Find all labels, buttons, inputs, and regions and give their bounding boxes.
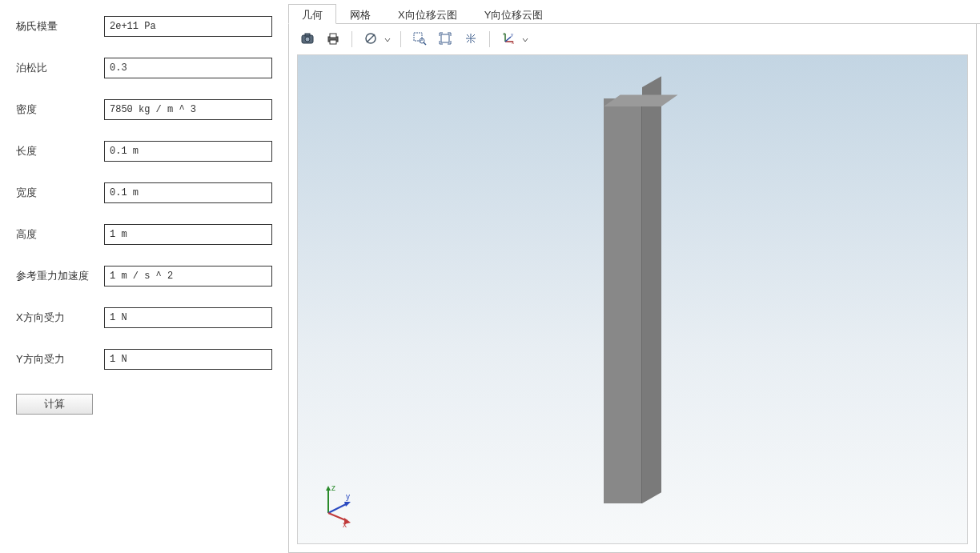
- label-youngs-modulus: 杨氏模量: [16, 19, 104, 34]
- tab-geometry[interactable]: 几何: [288, 4, 336, 24]
- geometry-beam: [604, 87, 661, 503]
- parameter-form: 杨氏模量 泊松比 密度 长度 宽度 高度 参考重力加速度 X方向: [0, 0, 288, 553]
- input-density[interactable]: [104, 99, 272, 120]
- svg-text:y: y: [511, 32, 513, 37]
- row-force-y: Y方向受力: [16, 349, 272, 370]
- axis-y-label: y: [346, 492, 350, 501]
- input-force-y[interactable]: [104, 349, 272, 370]
- toolbar-separator: [489, 31, 490, 47]
- row-poisson-ratio: 泊松比: [16, 58, 272, 78]
- row-youngs-modulus: 杨氏模量: [16, 16, 272, 37]
- svg-marker-19: [326, 486, 331, 491]
- label-force-x: X方向受力: [16, 311, 104, 325]
- svg-text:z: z: [503, 31, 505, 36]
- label-height: 高度: [16, 227, 104, 242]
- input-length[interactable]: [104, 141, 272, 162]
- input-poisson-ratio[interactable]: [104, 58, 272, 78]
- svg-rect-1: [305, 34, 310, 36]
- camera-icon: [300, 31, 315, 48]
- input-youngs-modulus[interactable]: [104, 16, 272, 37]
- svg-rect-4: [330, 34, 336, 38]
- row-gravity: 参考重力加速度: [16, 266, 272, 287]
- tabs: 几何 网格 X向位移云图 Y向位移云图: [288, 3, 980, 24]
- viewport-panel: 几何 网格 X向位移云图 Y向位移云图: [288, 0, 980, 553]
- snapshot-button[interactable]: [297, 29, 318, 50]
- zoom-box-button[interactable]: [409, 29, 430, 50]
- row-force-x: X方向受力: [16, 307, 272, 328]
- svg-marker-21: [344, 502, 351, 507]
- tab-y-displacement[interactable]: Y向位移云图: [471, 4, 557, 24]
- svg-rect-5: [330, 40, 336, 44]
- view-orientation-button[interactable]: x y z: [498, 29, 519, 50]
- svg-line-10: [424, 42, 426, 45]
- input-height[interactable]: [104, 224, 272, 245]
- label-force-y: Y方向受力: [16, 352, 104, 367]
- zoom-selected-icon: [464, 31, 478, 48]
- chevron-down-icon[interactable]: [522, 34, 528, 46]
- axis-x-label: x: [343, 520, 347, 527]
- chevron-down-icon[interactable]: [384, 34, 391, 46]
- zoom-selected-button[interactable]: [460, 29, 481, 50]
- tab-x-displacement[interactable]: X向位移云图: [384, 4, 471, 24]
- orientation-axes: z y x: [314, 479, 362, 527]
- axis-z-label: z: [331, 483, 335, 492]
- svg-line-7: [367, 34, 375, 42]
- input-force-x[interactable]: [104, 307, 272, 328]
- row-length: 长度: [16, 141, 272, 162]
- row-height: 高度: [16, 224, 272, 245]
- zoom-extents-button[interactable]: [435, 29, 456, 50]
- print-icon: [326, 31, 340, 48]
- input-width[interactable]: [104, 182, 272, 203]
- toolbar-separator: [400, 31, 401, 47]
- axes-orientation-icon: x y z: [501, 31, 516, 48]
- row-width: 宽度: [16, 182, 272, 203]
- svg-point-2: [305, 37, 310, 42]
- transparency-icon: [363, 31, 378, 48]
- svg-rect-11: [441, 34, 449, 42]
- viewport-container: x y z: [288, 24, 977, 553]
- print-button[interactable]: [323, 29, 343, 50]
- compute-button[interactable]: 计算: [16, 394, 93, 415]
- tab-mesh[interactable]: 网格: [336, 4, 384, 24]
- label-gravity: 参考重力加速度: [16, 269, 104, 283]
- label-length: 长度: [16, 144, 104, 158]
- label-width: 宽度: [16, 186, 104, 200]
- svg-rect-8: [414, 33, 422, 41]
- toolbar-separator: [351, 31, 352, 47]
- input-gravity[interactable]: [104, 266, 272, 287]
- zoom-box-icon: [412, 31, 427, 48]
- svg-line-14: [505, 37, 511, 42]
- svg-line-20: [328, 503, 347, 513]
- viewport-toolbar: x y z: [289, 24, 976, 54]
- svg-text:x: x: [512, 40, 514, 45]
- row-density: 密度: [16, 99, 272, 120]
- geometry-viewport[interactable]: z y x: [297, 54, 968, 544]
- transparency-button[interactable]: [360, 29, 381, 50]
- zoom-extents-icon: [438, 31, 452, 48]
- label-poisson-ratio: 泊松比: [16, 61, 104, 75]
- label-density: 密度: [16, 102, 104, 117]
